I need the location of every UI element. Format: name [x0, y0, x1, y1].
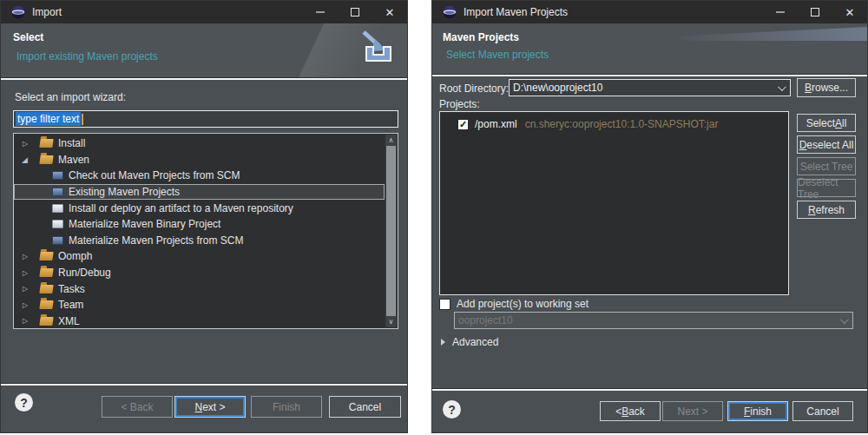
project-checkbox[interactable]: ✓	[457, 119, 469, 130]
tree-item-tasks[interactable]: ▷Tasks	[14, 280, 385, 297]
tree-item-check-out-maven-projects-from-scm[interactable]: Check out Maven Projects from SCM	[14, 168, 385, 184]
titlebar[interactable]: Import ✕	[1, 1, 407, 23]
refresh-button[interactable]: Refresh	[797, 201, 856, 219]
tree-item-install-or-deploy-an-artifact-to-a-maven-repository[interactable]: Install or deploy an artifact to a Maven…	[14, 200, 385, 216]
titlebar[interactable]: Import Maven Projects ✕	[432, 1, 867, 23]
import-wizard-icon	[352, 27, 402, 72]
tree-item-install[interactable]: ▷Install	[14, 135, 385, 152]
project-row[interactable]: ✓ /pom.xml cn.sheryc:ooproject10:1.0-SNA…	[440, 116, 788, 132]
tree-item-materialize-maven-binary-project[interactable]: Materialize Maven Binary Project	[14, 216, 385, 233]
folder-icon	[39, 139, 53, 148]
back-button[interactable]: < Back	[600, 401, 661, 421]
collapsed-arrow-icon[interactable]: ▷	[21, 285, 38, 293]
scrollbar-thumb[interactable]	[386, 146, 396, 316]
wizard-banner: Maven Projects Select Maven projects	[432, 23, 867, 74]
cancel-button[interactable]: Cancel	[792, 401, 853, 421]
banner-title: Select	[13, 31, 43, 43]
wizard-icon	[52, 236, 63, 245]
working-set-label: Add project(s) to working set	[457, 298, 589, 310]
finish-button: Finish	[251, 396, 322, 418]
close-icon: ✕	[385, 7, 395, 18]
collapsed-arrow-icon[interactable]: ▷	[21, 140, 38, 148]
tree-item-run-debug[interactable]: ▷Run/Debug	[14, 265, 385, 281]
collapsed-arrow-icon[interactable]: ▷	[21, 317, 38, 325]
scroll-up-icon[interactable]: ∧	[385, 135, 397, 146]
separator	[1, 77, 407, 80]
tree-item-label: Maven	[58, 154, 89, 166]
folder-icon	[39, 285, 53, 293]
advanced-toggle[interactable]: Advanced	[441, 336, 498, 348]
select-tree-button: Select Tree	[797, 157, 856, 175]
tree-item-label: Install	[58, 137, 85, 149]
next-button: Next >	[662, 401, 723, 421]
finish-button[interactable]: Finish	[727, 401, 788, 421]
eclipse-logo-icon	[443, 5, 457, 19]
close-button[interactable]: ✕	[372, 1, 407, 23]
tree-item-label: Check out Maven Projects from SCM	[69, 169, 240, 181]
tree-item-maven[interactable]: ◢Maven	[14, 152, 385, 168]
project-path: /pom.xml	[475, 118, 517, 130]
tree-item-label: Materialize Maven Projects from SCM	[69, 234, 243, 247]
separator	[432, 74, 867, 76]
maximize-button[interactable]	[338, 1, 372, 23]
banner-title: Maven Projects	[443, 31, 519, 43]
project-artifact: cn.sheryc:ooproject10:1.0-SNAPSHOT:jar	[525, 118, 719, 130]
folder-icon	[39, 268, 53, 277]
tree-item-oomph[interactable]: ▷Oomph	[14, 248, 385, 265]
window-title: Import	[32, 6, 62, 18]
chevron-down-icon[interactable]	[778, 82, 786, 91]
browse-button[interactable]: Browse...	[797, 78, 856, 97]
minimize-icon	[776, 11, 785, 13]
working-set-combo-value: ooproject10	[458, 314, 513, 326]
tree-item-label: Team	[58, 299, 83, 311]
import-dialog: Import ✕ Select Import existing Maven pr…	[0, 0, 408, 433]
minimize-button[interactable]	[763, 1, 798, 23]
banner-decoration	[667, 27, 867, 41]
projects-list[interactable]: ✓ /pom.xml cn.sheryc:ooproject10:1.0-SNA…	[439, 111, 789, 295]
folder-icon	[39, 317, 53, 326]
working-set-checkbox[interactable]	[439, 299, 450, 310]
window-title: Import Maven Projects	[464, 6, 568, 18]
cancel-button[interactable]: Cancel	[329, 396, 401, 418]
maximize-button[interactable]	[798, 1, 832, 23]
back-button: < Back	[102, 396, 173, 418]
folder-icon	[39, 300, 53, 309]
tree-item-existing-maven-projects[interactable]: Existing Maven Projects	[14, 184, 385, 201]
import-wizard-tree[interactable]: ∧ ∨ ▷Install◢MavenCheck out Maven Projec…	[13, 133, 398, 329]
scroll-down-icon[interactable]: ∨	[385, 316, 397, 327]
tree-item-team[interactable]: ▷Team	[14, 297, 385, 313]
advanced-label: Advanced	[452, 336, 498, 348]
tree-item-label: Run/Debug	[58, 267, 111, 279]
wizard-icon	[52, 204, 63, 213]
text-caret	[82, 114, 83, 125]
tree-item-materialize-maven-projects-from-scm[interactable]: Materialize Maven Projects from SCM	[14, 233, 385, 249]
maximize-icon	[351, 8, 359, 16]
minimize-button[interactable]	[303, 1, 338, 23]
tree-scrollbar[interactable]: ∧ ∨	[385, 135, 397, 327]
folder-icon	[39, 252, 53, 260]
expanded-arrow-icon[interactable]: ◢	[21, 155, 38, 164]
working-set-row: Add project(s) to working set	[439, 298, 589, 310]
deselect-tree-button: Deselect Tree	[797, 179, 856, 197]
next-button[interactable]: Next >	[174, 396, 246, 418]
root-directory-value: D:\new\ooproject10	[513, 82, 602, 94]
tree-item-label: XML	[58, 315, 80, 327]
filter-input[interactable]: type filter text	[13, 110, 398, 128]
select-all-button[interactable]: Select All	[797, 114, 856, 132]
minimize-icon	[316, 11, 325, 13]
help-button[interactable]: ?	[15, 393, 33, 412]
help-button[interactable]: ?	[443, 400, 461, 419]
separator	[1, 383, 407, 386]
deselect-all-button[interactable]: Deselect All	[797, 135, 856, 154]
tree-item-label: Tasks	[58, 283, 85, 295]
root-directory-combo[interactable]: D:\new\ooproject10	[509, 79, 791, 96]
collapsed-arrow-icon[interactable]: ▷	[21, 269, 38, 277]
wizard-banner: Select Import existing Maven projects	[1, 23, 407, 77]
tree-item-label: Oomph	[58, 250, 92, 262]
import-maven-projects-dialog: Import Maven Projects ✕ Maven Projects S…	[431, 0, 868, 433]
close-button[interactable]: ✕	[832, 1, 867, 23]
collapsed-arrow-icon[interactable]: ▷	[21, 301, 38, 309]
tree-item-xml[interactable]: ▷XML	[14, 313, 385, 329]
collapsed-arrow-icon[interactable]: ▷	[21, 253, 38, 260]
eclipse-logo-icon	[11, 5, 25, 19]
